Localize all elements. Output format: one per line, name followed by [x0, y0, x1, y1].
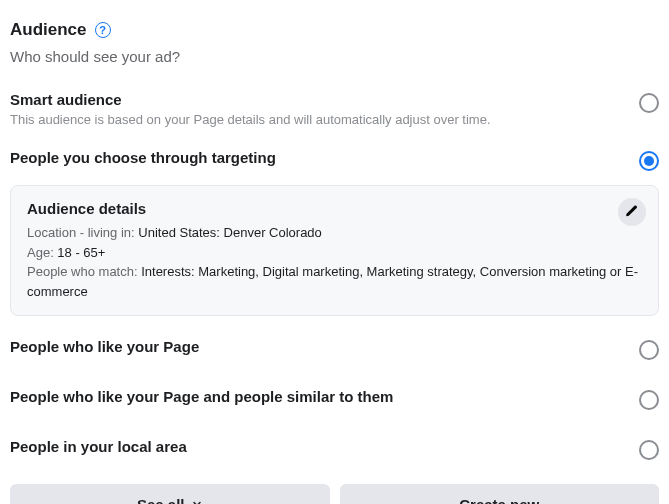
chevron-down-icon: [191, 496, 203, 505]
option-desc: This audience is based on your Page deta…: [10, 112, 627, 127]
radio-like-similar[interactable]: [639, 390, 659, 410]
detail-location: Location - living in: United States: Den…: [27, 223, 642, 243]
edit-button[interactable]: [618, 198, 646, 226]
create-new-button[interactable]: Create new: [340, 484, 660, 504]
page-subtitle: Who should see your ad?: [10, 48, 659, 65]
radio-targeting[interactable]: [639, 151, 659, 171]
option-smart-audience[interactable]: Smart audience This audience is based on…: [10, 87, 659, 131]
option-title: People in your local area: [10, 438, 627, 455]
create-new-label: Create new: [459, 496, 539, 505]
option-title: People who like your Page: [10, 338, 627, 355]
see-all-button[interactable]: See all: [10, 484, 330, 504]
option-targeting[interactable]: People you choose through targeting: [10, 145, 659, 175]
option-title: Smart audience: [10, 91, 627, 108]
option-title: People who like your Page and people sim…: [10, 388, 627, 405]
option-local[interactable]: People in your local area: [10, 434, 659, 464]
option-like-page[interactable]: People who like your Page: [10, 334, 659, 364]
option-like-similar[interactable]: People who like your Page and people sim…: [10, 384, 659, 414]
help-icon[interactable]: ?: [95, 22, 111, 38]
page-title: Audience: [10, 20, 87, 40]
radio-local[interactable]: [639, 440, 659, 460]
pencil-icon: [625, 204, 639, 221]
details-title: Audience details: [27, 200, 642, 217]
radio-like-page[interactable]: [639, 340, 659, 360]
audience-details-card: Audience details Location - living in: U…: [10, 185, 659, 316]
see-all-label: See all: [137, 496, 185, 505]
option-title: People you choose through targeting: [10, 149, 627, 166]
radio-smart[interactable]: [639, 93, 659, 113]
detail-age: Age: 18 - 65+: [27, 243, 642, 263]
detail-match: People who match: Interests: Marketing, …: [27, 262, 642, 301]
